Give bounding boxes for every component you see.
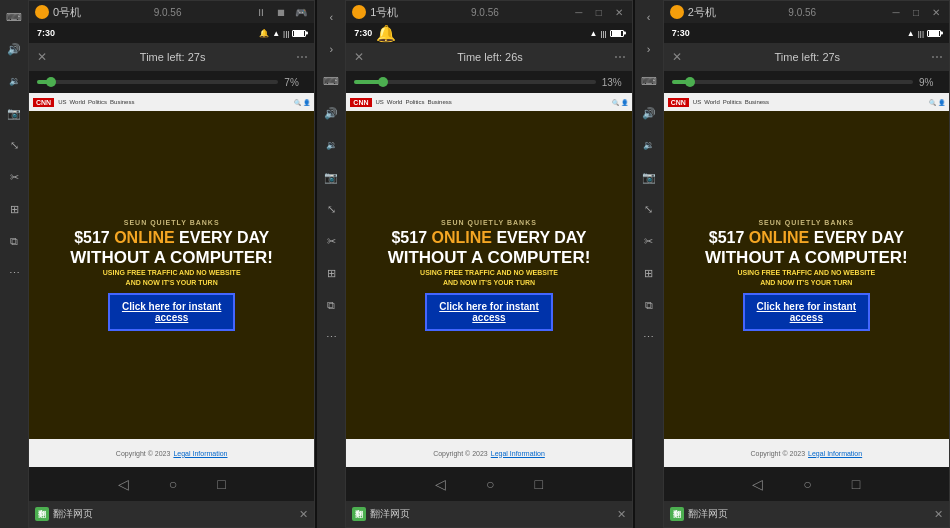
ad-dollar-0: $517 [74,229,114,246]
more-icon-0[interactable]: ⋯ [5,264,23,282]
gamepad-btn-0[interactable]: 🎮 [294,5,308,19]
scissors-icon-1[interactable]: ✂ [322,232,340,250]
status-time-0: 7:30 [37,28,55,38]
cnn-logo-0: CNN [33,98,54,107]
browser-close-2[interactable]: ✕ [670,50,684,64]
volume-up-icon-1[interactable]: 🔊 [322,104,340,122]
close-btn-1[interactable]: ✕ [612,5,626,19]
ad-online-1: ONLINE [432,229,492,246]
pause-btn-0[interactable]: ⏸ [254,5,268,19]
layers-icon-0[interactable]: ⧉ [5,232,23,250]
stop-btn-0[interactable]: ⏹ [274,5,288,19]
nav-bar-0: ◁ ○ □ [29,467,314,501]
emulator-0: ⌨ 🔊 🔉 📷 ⤡ ✂ ⊞ ⧉ ⋯ 0号机 9.0.56 ⏸ ⏹ 🎮 [0,0,315,528]
prev-icon-2[interactable]: ‹ [640,8,658,26]
progress-area-2: 9% [664,71,949,93]
ad-cta-1[interactable]: Click here for instant access [425,293,552,331]
emulator-window-1: 1号机 9.0.56 ─ □ ✕ 7:30 🔔 ▲ [345,0,632,528]
browser-close-0[interactable]: ✕ [35,50,49,64]
browser-more-0[interactable]: ⋯ [296,50,308,64]
keyboard-icon-1[interactable]: ⌨ [322,72,340,90]
ad-online-2: ONLINE [749,229,809,246]
ad-headline2-2: WITHOUT A COMPUTER! [705,249,908,266]
keyboard-icon-0[interactable]: ⌨ [5,8,23,26]
signal-icon-2: ||| [918,29,924,38]
prev-icon-1[interactable]: ‹ [322,8,340,26]
expand-icon-2[interactable]: ⤡ [640,200,658,218]
screenshot-icon-2[interactable]: 📷 [640,168,658,186]
back-btn-0[interactable]: ◁ [118,476,129,492]
volume-up-icon-0[interactable]: 🔊 [5,40,23,58]
ad-subtext2-0: AND NOW IT'S YOUR TURN [126,279,218,286]
keyboard-icon-2[interactable]: ⌨ [640,72,658,90]
cnn-header-1: CNN US World Politics Business 🔍 👤 [346,93,631,111]
tab-favicon-2: 翻 [670,507,684,521]
next-icon-2[interactable]: › [640,40,658,58]
ad-content-2: CNN US World Politics Business 🔍 👤 [664,93,949,439]
next-icon-1[interactable]: › [322,40,340,58]
emulator-window-0: 0号机 9.0.56 ⏸ ⏹ 🎮 7:30 🔔 ▲ ||| [28,0,315,528]
volume-down-icon-1[interactable]: 🔉 [322,136,340,154]
footer-link-2[interactable]: Legal Information [808,450,862,457]
recents-btn-2[interactable]: □ [852,476,860,492]
app-icon-1 [352,5,366,19]
screenshot-icon-1[interactable]: 📷 [322,168,340,186]
screenshot-icon-0[interactable]: 📷 [5,104,23,122]
volume-up-icon-2[interactable]: 🔊 [640,104,658,122]
app-icon-0 [35,5,49,19]
browser-more-1[interactable]: ⋯ [614,50,626,64]
minimize-btn-1[interactable]: ─ [572,5,586,19]
close-btn-2[interactable]: ✕ [929,5,943,19]
footer-link-1[interactable]: Legal Information [491,450,545,457]
cta-line1-2: Click here for instant [757,301,856,312]
battery-icon-1 [610,30,624,37]
page-footer-2: Copyright © 2023 Legal Information [664,439,949,467]
ad-subtitle-0: SEUN QUIETLY BANKS [124,219,220,226]
ad-headline2-1: WITHOUT A COMPUTER! [388,249,591,266]
maximize-btn-2[interactable]: □ [909,5,923,19]
back-btn-2[interactable]: ◁ [752,476,763,492]
home-btn-1[interactable]: ○ [486,476,494,492]
layers-icon-2[interactable]: ⧉ [640,296,658,314]
ad-cta-0[interactable]: Click here for instant access [108,293,235,331]
ad-headline1-0: $517 ONLINE EVERY DAY [74,229,269,247]
title-controls-1: ─ □ ✕ [572,5,626,19]
home-btn-2[interactable]: ○ [803,476,811,492]
tab-close-2[interactable]: ✕ [934,508,943,521]
grid-icon-0[interactable]: ⊞ [5,200,23,218]
more-icon-1[interactable]: ⋯ [322,328,340,346]
title-text-2: 2号机 [688,5,785,20]
status-extra-1: 🔔 [376,24,396,43]
tab-close-1[interactable]: ✕ [617,508,626,521]
tab-favicon-1: 翻 [352,507,366,521]
minimize-btn-2[interactable]: ─ [889,5,903,19]
volume-down-icon-0[interactable]: 🔉 [5,72,23,90]
title-text-1: 1号机 [370,5,467,20]
scissors-icon-2[interactable]: ✂ [640,232,658,250]
more-icon-2[interactable]: ⋯ [640,328,658,346]
cnn-right-0: 🔍 👤 [294,99,310,106]
expand-icon-1[interactable]: ⤡ [322,200,340,218]
recents-btn-0[interactable]: □ [217,476,225,492]
grid-icon-2[interactable]: ⊞ [640,264,658,282]
maximize-btn-1[interactable]: □ [592,5,606,19]
layers-icon-1[interactable]: ⧉ [322,296,340,314]
title-controls-2: ─ □ ✕ [889,5,943,19]
status-icons-2: ▲ ||| [907,29,941,38]
alarm-icon-0: 🔔 [259,29,269,38]
ad-cta-2[interactable]: Click here for instant access [743,293,870,331]
phone-screen-1: 7:30 🔔 ▲ ||| ✕ Time left: 26s ⋯ [346,23,631,527]
back-btn-1[interactable]: ◁ [435,476,446,492]
scissors-icon-0[interactable]: ✂ [5,168,23,186]
browser-close-1[interactable]: ✕ [352,50,366,64]
cnn-nav-0: US World Politics Business [58,99,134,105]
footer-copy-1: Copyright © 2023 [433,450,488,457]
tab-close-0[interactable]: ✕ [299,508,308,521]
browser-more-2[interactable]: ⋯ [931,50,943,64]
volume-down-icon-2[interactable]: 🔉 [640,136,658,154]
expand-icon-0[interactable]: ⤡ [5,136,23,154]
home-btn-0[interactable]: ○ [169,476,177,492]
recents-btn-1[interactable]: □ [534,476,542,492]
grid-icon-1[interactable]: ⊞ [322,264,340,282]
footer-link-0[interactable]: Legal Information [173,450,227,457]
